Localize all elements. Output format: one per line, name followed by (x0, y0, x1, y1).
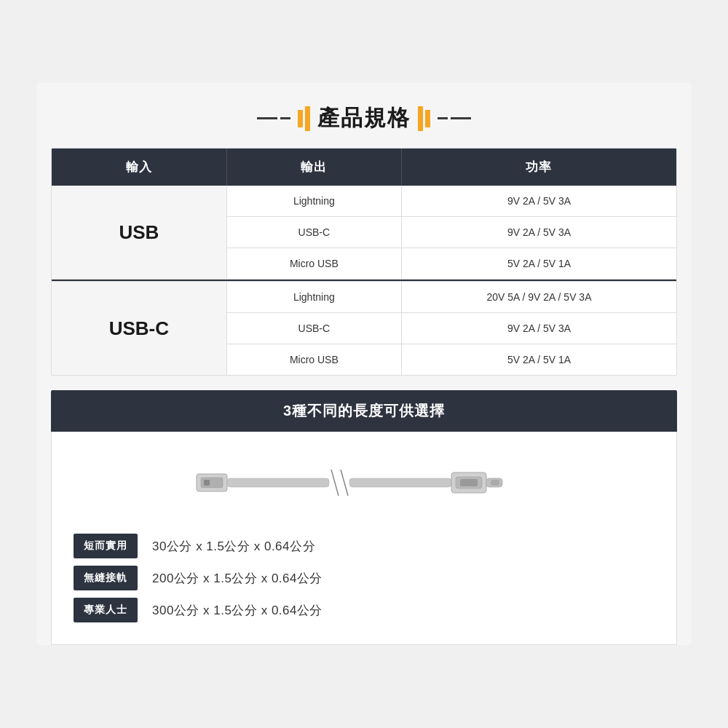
right-bars (418, 106, 430, 131)
spec-table-container: 輸入 輸出 功率 USB Lightning 9V 2A / 5V 3A USB… (51, 148, 677, 376)
svg-rect-9 (460, 479, 478, 486)
title-section: 產品規格 (36, 83, 692, 148)
table-row: USB-C Lightning 20V 5A / 9V 2A / 5V 3A (52, 282, 676, 313)
page-title: 產品規格 (317, 103, 411, 133)
cable-illustration (74, 446, 654, 526)
length-row-2: 無縫接軌 200公分 x 1.5公分 x 0.64公分 (74, 566, 654, 590)
length-value-3: 300公分 x 1.5公分 x 0.64公分 (152, 602, 323, 619)
power-cell: 5V 2A / 5V 1A (401, 248, 676, 280)
header-power: 功率 (401, 149, 676, 186)
svg-rect-2 (204, 480, 210, 486)
header-output: 輸出 (226, 149, 401, 186)
output-cell: Lightning (226, 186, 401, 217)
power-cell: 9V 2A / 5V 3A (401, 217, 676, 248)
power-cell: 9V 2A / 5V 3A (401, 313, 676, 344)
output-cell: USB-C (226, 313, 401, 344)
length-row-1: 短而實用 30公分 x 1.5公分 x 0.64公分 (74, 534, 654, 558)
output-cell: Micro USB (226, 344, 401, 376)
power-cell: 9V 2A / 5V 3A (401, 186, 676, 217)
output-cell: Lightning (226, 282, 401, 313)
left-dashes (257, 117, 290, 119)
length-badge-1: 短而實用 (74, 534, 138, 558)
length-row-3: 專業人士 300公分 x 1.5公分 x 0.64公分 (74, 598, 654, 622)
spec-table: 輸入 輸出 功率 USB Lightning 9V 2A / 5V 3A USB… (52, 149, 676, 375)
length-value-1: 30公分 x 1.5公分 x 0.64公分 (152, 538, 315, 555)
table-header-row: 輸入 輸出 功率 (52, 149, 676, 186)
output-cell: USB-C (226, 217, 401, 248)
power-cell: 20V 5A / 9V 2A / 5V 3A (401, 282, 676, 313)
length-badge-3: 專業人士 (74, 598, 138, 622)
input-usb: USB (52, 186, 226, 280)
svg-rect-6 (349, 478, 451, 487)
svg-line-5 (341, 470, 348, 496)
right-dashes (438, 117, 471, 119)
length-badge-2: 無縫接軌 (74, 566, 138, 590)
length-section-header: 3種不同的長度可供選擇 (51, 390, 677, 432)
svg-rect-11 (491, 480, 499, 486)
length-section-body: 短而實用 30公分 x 1.5公分 x 0.64公分 無縫接軌 200公分 x … (51, 432, 677, 645)
length-value-2: 200公分 x 1.5公分 x 0.64公分 (152, 570, 323, 587)
length-options: 短而實用 30公分 x 1.5公分 x 0.64公分 無縫接軌 200公分 x … (74, 534, 654, 622)
header-input: 輸入 (52, 149, 226, 186)
power-cell: 5V 2A / 5V 1A (401, 344, 676, 376)
left-bars (298, 106, 310, 131)
output-cell: Micro USB (226, 248, 401, 280)
table-row: USB Lightning 9V 2A / 5V 3A (52, 186, 676, 217)
input-usbc: USB-C (52, 282, 226, 376)
svg-line-4 (331, 470, 339, 496)
svg-rect-3 (227, 478, 329, 487)
cable-svg (189, 454, 539, 512)
